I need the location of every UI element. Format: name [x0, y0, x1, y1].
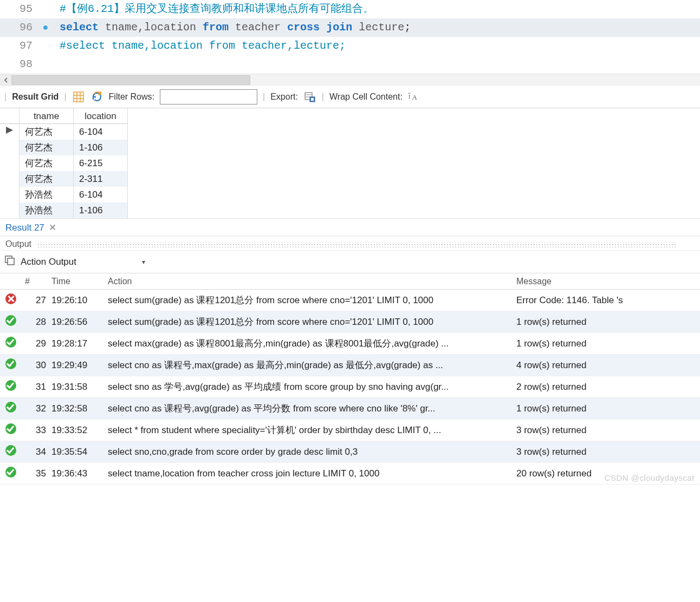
export-icon[interactable]	[303, 91, 316, 103]
col-number[interactable]: #	[22, 277, 51, 286]
action-output-row[interactable]: 29 19:28:17 select max(grade) as 课程8001最…	[0, 333, 700, 355]
row-action: select sum(grade) as 课程1201总分 from score…	[106, 316, 512, 328]
refresh-icon[interactable]	[90, 91, 103, 103]
row-number: 33	[22, 425, 51, 436]
success-icon	[5, 337, 16, 348]
col-action[interactable]: Action	[106, 277, 512, 286]
action-output-row[interactable]: 27 19:26:10 select sum(grade) as 课程1201总…	[0, 290, 700, 311]
filter-rows-label: Filter Rows:	[109, 92, 154, 102]
wrap-cell-icon[interactable]: IA	[408, 91, 421, 103]
action-output-row[interactable]: 35 19:36:43 select tname,location from t…	[0, 463, 700, 485]
semicolon: ;	[404, 21, 411, 34]
sql-editor[interactable]: 95 #【例6.21】采用交叉连接查询教师和和讲课地点所有可能组合。 96 ● …	[0, 0, 700, 74]
cell-location[interactable]: 6-215	[74, 155, 128, 171]
status-icon	[0, 315, 22, 329]
grid-row[interactable]: 何艺杰 2-311	[0, 171, 700, 187]
line-number: 95	[0, 0, 38, 18]
columns: tname,location	[99, 21, 203, 34]
chevron-down-icon: ▾	[142, 258, 145, 266]
kw-join: join	[326, 21, 352, 34]
svg-rect-13	[8, 258, 14, 265]
row-selector[interactable]	[0, 140, 20, 155]
separator: |	[4, 92, 7, 102]
row-selector[interactable]	[0, 171, 20, 187]
output-panel-icon[interactable]	[4, 255, 15, 269]
row-message: 1 row(s) returned	[512, 403, 700, 414]
grid-row[interactable]: 孙浩然 1-106	[0, 202, 700, 218]
scroll-left-button[interactable]	[0, 74, 12, 86]
cell-tname[interactable]: 孙浩然	[20, 187, 74, 202]
code-line[interactable]: select tname,location from teacher cross…	[53, 18, 700, 37]
cell-location[interactable]: 1-106	[74, 140, 128, 155]
action-output-row[interactable]: 28 19:26:56 select sum(grade) as 课程1201总…	[0, 311, 700, 333]
error-icon	[5, 293, 16, 304]
col-time[interactable]: Time	[51, 277, 106, 286]
code-line[interactable]: #select tname,location from teacher,lect…	[53, 37, 700, 55]
row-message: 1 row(s) returned	[512, 338, 700, 349]
row-selector-header	[0, 108, 20, 124]
export-label: Export:	[270, 92, 298, 102]
separator: |	[322, 92, 324, 102]
scroll-track[interactable]	[12, 74, 700, 86]
grid-row[interactable]: 何艺杰 6-215	[0, 155, 700, 171]
row-number: 27	[22, 295, 51, 306]
row-time: 19:32:58	[51, 403, 106, 414]
cell-location[interactable]: 1-106	[74, 202, 128, 218]
output-type-value: Action Output	[21, 257, 76, 267]
editor-horizontal-scrollbar[interactable]	[0, 74, 700, 86]
col-message[interactable]: Message	[512, 277, 700, 286]
code-line[interactable]: #【例6.21】采用交叉连接查询教师和和讲课地点所有可能组合。	[53, 0, 700, 18]
grid-row[interactable]: 孙浩然 6-104	[0, 187, 700, 202]
cell-location[interactable]: 2-311	[74, 171, 128, 187]
action-output-table[interactable]: # Time Action Message 27 19:26:10 select…	[0, 273, 700, 485]
action-output-row[interactable]: 30 19:29:49 select cno as 课程号,max(grade)…	[0, 355, 700, 376]
svg-rect-9	[311, 98, 314, 101]
status-icon	[0, 402, 22, 415]
svg-text:A: A	[412, 94, 417, 101]
cell-tname[interactable]: 何艺杰	[20, 140, 74, 155]
grid-view-icon[interactable]	[72, 91, 85, 103]
cell-location[interactable]: 6-104	[74, 187, 128, 202]
cell-location[interactable]: 6-104	[74, 124, 128, 140]
row-action: select max(grade) as 课程8001最高分,min(grade…	[106, 337, 512, 350]
row-selector[interactable]	[0, 155, 20, 171]
output-type-dropdown[interactable]: Action Output ▾	[21, 257, 145, 267]
row-time: 19:28:17	[51, 338, 106, 349]
code-line[interactable]	[53, 55, 700, 74]
status-icon	[0, 337, 22, 350]
result-tab[interactable]: Result 27 ✕	[5, 222, 56, 233]
cell-tname[interactable]: 何艺杰	[20, 124, 74, 140]
column-header-tname[interactable]: tname	[20, 108, 74, 124]
breakpoint-marker[interactable]	[38, 55, 53, 74]
grid-row[interactable]: ▶ 何艺杰 6-104	[0, 124, 700, 140]
result-data-grid[interactable]: tname location ▶ 何艺杰 6-104 何艺杰 1-106 何艺杰…	[0, 108, 700, 218]
column-header-location[interactable]: location	[74, 108, 128, 124]
row-action: select * from student where speciality='…	[106, 424, 512, 436]
cell-tname[interactable]: 何艺杰	[20, 155, 74, 171]
breakpoint-marker[interactable]	[38, 0, 53, 18]
cell-tname[interactable]: 何艺杰	[20, 171, 74, 187]
row-selector[interactable]: ▶	[0, 124, 20, 140]
action-output-bar: Action Output ▾	[0, 250, 700, 273]
row-action: select sno,cno,grade from score order by…	[106, 447, 512, 457]
action-output-row[interactable]: 32 19:32:58 select cno as 课程号,avg(grade)…	[0, 398, 700, 420]
success-icon	[5, 423, 16, 434]
output-title: Output	[5, 239, 31, 248]
action-output-row[interactable]: 31 19:31:58 select sno as 学号,avg(grade) …	[0, 376, 700, 398]
filter-rows-input[interactable]	[160, 89, 257, 104]
row-number: 35	[22, 468, 51, 479]
row-selector[interactable]	[0, 187, 20, 202]
row-selector[interactable]	[0, 202, 20, 218]
line-number: 97	[0, 37, 38, 55]
close-icon[interactable]: ✕	[49, 222, 56, 233]
cell-tname[interactable]: 孙浩然	[20, 202, 74, 218]
action-output-row[interactable]: 34 19:35:54 select sno,cno,grade from sc…	[0, 441, 700, 463]
breakpoint-marker[interactable]: ●	[38, 18, 53, 37]
row-message: 4 row(s) returned	[512, 360, 700, 371]
grid-header-row: tname location	[0, 108, 700, 124]
scroll-thumb[interactable]	[12, 75, 250, 85]
grid-row[interactable]: 何艺杰 1-106	[0, 140, 700, 155]
breakpoint-marker[interactable]	[38, 37, 53, 55]
action-output-row[interactable]: 33 19:33:52 select * from student where …	[0, 420, 700, 441]
row-message: 2 row(s) returned	[512, 382, 700, 392]
